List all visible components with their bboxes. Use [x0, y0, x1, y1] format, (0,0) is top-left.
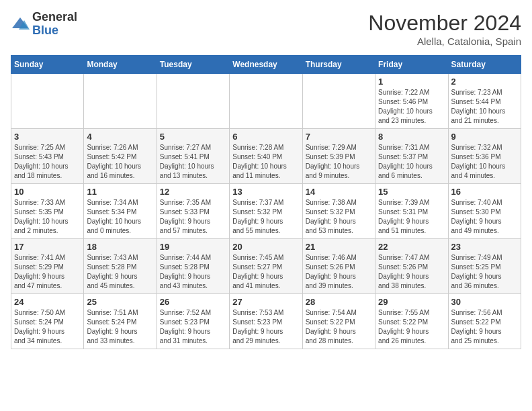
day-info: Sunrise: 7:35 AM Sunset: 5:33 PM Dayligh… — [160, 198, 226, 236]
day-number: 15 — [378, 187, 445, 197]
day-info: Sunrise: 7:38 AM Sunset: 5:32 PM Dayligh… — [306, 198, 372, 236]
day-number: 26 — [160, 297, 226, 307]
day-info: Sunrise: 7:37 AM Sunset: 5:32 PM Dayligh… — [232, 198, 299, 236]
calendar-cell: 7Sunrise: 7:29 AM Sunset: 5:39 PM Daylig… — [302, 129, 375, 184]
day-number: 13 — [232, 187, 299, 197]
calendar-cell — [157, 74, 229, 129]
day-info: Sunrise: 7:47 AM Sunset: 5:26 PM Dayligh… — [378, 253, 445, 291]
calendar-cell: 10Sunrise: 7:33 AM Sunset: 5:35 PM Dayli… — [11, 184, 84, 239]
day-number: 7 — [306, 132, 372, 142]
week-row-1: 3Sunrise: 7:25 AM Sunset: 5:43 PM Daylig… — [11, 129, 521, 184]
calendar-cell: 13Sunrise: 7:37 AM Sunset: 5:32 PM Dayli… — [230, 184, 302, 239]
day-info: Sunrise: 7:51 AM Sunset: 5:24 PM Dayligh… — [87, 308, 153, 346]
calendar-cell: 5Sunrise: 7:27 AM Sunset: 5:41 PM Daylig… — [157, 129, 229, 184]
calendar-cell: 22Sunrise: 7:47 AM Sunset: 5:26 PM Dayli… — [375, 239, 448, 294]
day-number: 24 — [14, 297, 81, 307]
day-number: 10 — [14, 187, 81, 197]
calendar-cell: 21Sunrise: 7:46 AM Sunset: 5:26 PM Dayli… — [302, 239, 375, 294]
day-number: 12 — [160, 187, 226, 197]
day-info: Sunrise: 7:56 AM Sunset: 5:22 PM Dayligh… — [451, 308, 518, 346]
header-monday: Monday — [84, 56, 157, 74]
day-info: Sunrise: 7:43 AM Sunset: 5:28 PM Dayligh… — [87, 253, 153, 291]
calendar-cell: 18Sunrise: 7:43 AM Sunset: 5:28 PM Dayli… — [84, 239, 157, 294]
day-info: Sunrise: 7:45 AM Sunset: 5:27 PM Dayligh… — [232, 253, 299, 291]
header-friday: Friday — [375, 56, 448, 74]
calendar-body: 1Sunrise: 7:22 AM Sunset: 5:46 PM Daylig… — [11, 74, 521, 349]
calendar-cell: 30Sunrise: 7:56 AM Sunset: 5:22 PM Dayli… — [448, 294, 521, 349]
day-number: 1 — [378, 77, 445, 87]
calendar-cell: 25Sunrise: 7:51 AM Sunset: 5:24 PM Dayli… — [84, 294, 157, 349]
logo-text: General Blue — [32, 11, 77, 38]
header-sunday: Sunday — [11, 56, 84, 74]
header-saturday: Saturday — [448, 56, 521, 74]
day-number: 16 — [451, 187, 518, 197]
calendar-cell — [302, 74, 375, 129]
calendar-cell: 23Sunrise: 7:49 AM Sunset: 5:25 PM Dayli… — [448, 239, 521, 294]
calendar-cell: 6Sunrise: 7:28 AM Sunset: 5:40 PM Daylig… — [230, 129, 302, 184]
week-row-2: 10Sunrise: 7:33 AM Sunset: 5:35 PM Dayli… — [11, 184, 521, 239]
calendar-cell — [84, 74, 157, 129]
day-number: 22 — [378, 242, 445, 252]
day-info: Sunrise: 7:40 AM Sunset: 5:30 PM Dayligh… — [451, 198, 518, 236]
calendar-cell: 29Sunrise: 7:55 AM Sunset: 5:22 PM Dayli… — [375, 294, 448, 349]
day-number: 17 — [14, 242, 81, 252]
day-info: Sunrise: 7:31 AM Sunset: 5:37 PM Dayligh… — [378, 143, 445, 181]
day-number: 8 — [378, 132, 445, 142]
logo-line2: Blue — [32, 24, 77, 38]
day-info: Sunrise: 7:25 AM Sunset: 5:43 PM Dayligh… — [14, 143, 81, 181]
header-wednesday: Wednesday — [230, 56, 302, 74]
day-number: 21 — [306, 242, 372, 252]
day-info: Sunrise: 7:41 AM Sunset: 5:29 PM Dayligh… — [14, 253, 81, 291]
calendar-cell: 24Sunrise: 7:50 AM Sunset: 5:24 PM Dayli… — [11, 294, 84, 349]
day-number: 4 — [87, 132, 153, 142]
day-info: Sunrise: 7:54 AM Sunset: 5:22 PM Dayligh… — [306, 308, 372, 346]
day-number: 28 — [306, 297, 372, 307]
location-subtitle: Alella, Catalonia, Spain — [368, 36, 521, 47]
calendar-cell — [230, 74, 302, 129]
day-number: 14 — [306, 187, 372, 197]
calendar-cell: 4Sunrise: 7:26 AM Sunset: 5:42 PM Daylig… — [84, 129, 157, 184]
day-number: 29 — [378, 297, 445, 307]
calendar-table: SundayMondayTuesdayWednesdayThursdayFrid… — [11, 55, 521, 349]
day-number: 20 — [232, 242, 299, 252]
day-number: 25 — [87, 297, 153, 307]
day-number: 6 — [232, 132, 299, 142]
calendar-cell: 15Sunrise: 7:39 AM Sunset: 5:31 PM Dayli… — [375, 184, 448, 239]
logo-line1: General — [32, 11, 77, 24]
title-block: November 2024 Alella, Catalonia, Spain — [368, 11, 521, 47]
day-info: Sunrise: 7:29 AM Sunset: 5:39 PM Dayligh… — [306, 143, 372, 181]
day-number: 30 — [451, 297, 518, 307]
header-tuesday: Tuesday — [157, 56, 229, 74]
day-info: Sunrise: 7:32 AM Sunset: 5:36 PM Dayligh… — [451, 143, 518, 181]
day-info: Sunrise: 7:26 AM Sunset: 5:42 PM Dayligh… — [87, 143, 153, 181]
calendar-cell: 19Sunrise: 7:44 AM Sunset: 5:28 PM Dayli… — [157, 239, 229, 294]
day-info: Sunrise: 7:53 AM Sunset: 5:23 PM Dayligh… — [232, 308, 299, 346]
day-number: 11 — [87, 187, 153, 197]
calendar-cell — [11, 74, 84, 129]
day-info: Sunrise: 7:55 AM Sunset: 5:22 PM Dayligh… — [378, 308, 445, 346]
calendar-cell: 20Sunrise: 7:45 AM Sunset: 5:27 PM Dayli… — [230, 239, 302, 294]
day-info: Sunrise: 7:44 AM Sunset: 5:28 PM Dayligh… — [160, 253, 226, 291]
calendar-cell: 2Sunrise: 7:23 AM Sunset: 5:44 PM Daylig… — [448, 74, 521, 129]
day-info: Sunrise: 7:22 AM Sunset: 5:46 PM Dayligh… — [378, 88, 445, 126]
calendar-header: SundayMondayTuesdayWednesdayThursdayFrid… — [11, 56, 521, 74]
week-row-3: 17Sunrise: 7:41 AM Sunset: 5:29 PM Dayli… — [11, 239, 521, 294]
day-info: Sunrise: 7:39 AM Sunset: 5:31 PM Dayligh… — [378, 198, 445, 236]
calendar-cell: 28Sunrise: 7:54 AM Sunset: 5:22 PM Dayli… — [302, 294, 375, 349]
day-info: Sunrise: 7:28 AM Sunset: 5:40 PM Dayligh… — [232, 143, 299, 181]
day-info: Sunrise: 7:46 AM Sunset: 5:26 PM Dayligh… — [306, 253, 372, 291]
logo-icon — [11, 15, 30, 34]
day-number: 27 — [232, 297, 299, 307]
day-number: 2 — [451, 77, 518, 87]
month-title: November 2024 — [368, 11, 521, 36]
day-number: 23 — [451, 242, 518, 252]
day-info: Sunrise: 7:27 AM Sunset: 5:41 PM Dayligh… — [160, 143, 226, 181]
calendar-cell: 12Sunrise: 7:35 AM Sunset: 5:33 PM Dayli… — [157, 184, 229, 239]
header-row: SundayMondayTuesdayWednesdayThursdayFrid… — [11, 56, 521, 74]
calendar-cell: 27Sunrise: 7:53 AM Sunset: 5:23 PM Dayli… — [230, 294, 302, 349]
header-thursday: Thursday — [302, 56, 375, 74]
day-info: Sunrise: 7:33 AM Sunset: 5:35 PM Dayligh… — [14, 198, 81, 236]
logo: General Blue — [11, 11, 77, 38]
calendar-cell: 16Sunrise: 7:40 AM Sunset: 5:30 PM Dayli… — [448, 184, 521, 239]
calendar-cell: 26Sunrise: 7:52 AM Sunset: 5:23 PM Dayli… — [157, 294, 229, 349]
